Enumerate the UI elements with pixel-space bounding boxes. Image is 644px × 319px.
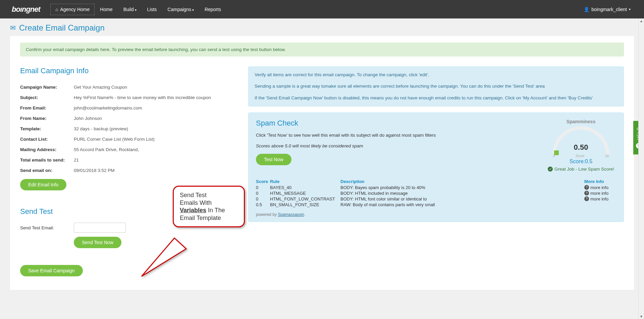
callout-line: Email Template [180, 214, 238, 222]
more-info-link[interactable]: ?more info [584, 185, 616, 190]
nav-campaigns[interactable]: Campaigns [162, 1, 199, 18]
info-value: Hey %First Name% - time to save money wi… [74, 95, 211, 100]
info-value: 21 [74, 157, 79, 163]
cell-desc: BODY: HTML font color similar or identic… [340, 196, 584, 201]
info-row: Template:32 days - backup (preview) [20, 124, 235, 134]
th-score: Score [256, 179, 270, 184]
spam-panel: Spam Check Click 'Test Now' to see how w… [248, 112, 624, 222]
email-info-heading: Email Campaign Info [20, 66, 235, 75]
page-title: ✉ Create Email Campaign [0, 18, 644, 36]
spam-check-heading: Spam Check [256, 119, 539, 128]
info-value: 09/01/2018 3:52 PM [74, 168, 115, 173]
spamassassin-link[interactable]: Spamassassin [278, 212, 304, 217]
save-email-campaign-button[interactable]: Save Email Campaign [20, 265, 83, 276]
callout-tail-icon [138, 235, 188, 279]
info-label: Template: [20, 126, 74, 131]
user-menu[interactable]: 👤 boingmark_client [584, 7, 641, 12]
info-label: Total emails to send: [20, 157, 74, 163]
more-info-link[interactable]: ?more info [584, 196, 616, 201]
nav-reports[interactable]: Reports [199, 1, 226, 18]
cell-more: ?more info [584, 191, 616, 196]
spamminess-title: Spamminess [546, 119, 616, 124]
info-label: From Email: [20, 105, 74, 110]
cell-score: 0 [256, 191, 270, 196]
info-row: From Name:John Johnson [20, 113, 235, 124]
cell-desc: RAW: Body of mail contains parts with ve… [340, 202, 584, 207]
user-label: boingmark_client [591, 7, 627, 12]
more-info-text: more info [590, 196, 608, 201]
more-info-link[interactable]: ?more info [584, 191, 616, 196]
score-msg-text: Great Job - Low Spam Score! [554, 167, 614, 172]
table-row: 0HTML_FONT_LOW_CONTRASTBODY: HTML font c… [256, 196, 616, 202]
home-icon: ⌂ [55, 7, 58, 12]
scroll-up-icon[interactable]: ▲ [640, 18, 643, 24]
score-label: Score:0.5 [546, 158, 616, 165]
callout-line: Emails With [180, 199, 238, 207]
verify-p2: Sending a sample is a great way tomake s… [255, 83, 618, 90]
table-row: 0.5BN_SMALL_FONT_SIZERAW: Body of mail c… [256, 202, 616, 208]
info-row: Total emails to send:21 [20, 155, 235, 165]
info-label: Mailing Address: [20, 147, 74, 152]
cell-desc: BODY: Bayes spam probability is 20 to 40… [340, 185, 584, 190]
gauge-tick: Score [576, 154, 584, 158]
page-title-text: Create Email Campaign [19, 23, 105, 33]
cell-more: ?more info [584, 196, 616, 201]
svg-marker-0 [142, 238, 186, 276]
info-value: 32 days - backup (preview) [74, 126, 128, 131]
info-row: Campaign Name:Get Your Amazing Coupon [20, 82, 235, 92]
scroll-down-icon[interactable]: ▼ [640, 314, 643, 319]
gauge-score: 0.50 [552, 143, 609, 152]
info-label: Send email on: [20, 168, 74, 173]
cell-rule: BN_SMALL_FONT_SIZE [270, 202, 340, 207]
send-test-input[interactable] [74, 223, 126, 233]
spam-table: Score Rule Description More Info 0BAYES_… [256, 179, 616, 208]
info-row: Send email on:09/01/2018 3:52 PM [20, 165, 235, 176]
info-row: Mailing Address:55 Accord Park Drive, Ro… [20, 144, 235, 155]
info-value: Get Your Amazing Coupon [74, 85, 127, 90]
navbar: boıngnet ⌂ Agency Home Home Build Lists … [0, 0, 644, 18]
verify-alert: Verify all items are correct for this em… [248, 66, 624, 106]
edit-email-info-button[interactable]: Edit Email Info [20, 179, 66, 190]
callout-line: Send Test [180, 191, 238, 199]
callout-line: In The [206, 207, 225, 214]
more-info-text: more info [590, 191, 608, 196]
mail-icon: ✉ [10, 24, 16, 32]
verify-p3: If the 'Send Email Campaign Now' button … [255, 95, 618, 101]
table-row: 0HTML_MESSAGEBODY: HTML included in mess… [256, 190, 616, 196]
test-now-button[interactable]: Test Now [256, 154, 291, 165]
agency-home-link[interactable]: ⌂ Agency Home [50, 4, 95, 15]
nav-lists[interactable]: Lists [142, 1, 162, 18]
info-value: john@coolmarketingdomains.com [74, 105, 142, 110]
powered-prefix: powered by [256, 212, 278, 217]
info-label: Campaign Name: [20, 85, 74, 90]
question-icon: ? [584, 191, 589, 195]
user-icon: 👤 [584, 7, 589, 12]
callout-line: Variables [180, 207, 206, 214]
th-desc: Description [340, 179, 584, 184]
nav-home[interactable]: Home [95, 1, 118, 18]
th-more: More Info [584, 179, 616, 184]
send-test-now-button[interactable]: Send Test Now [74, 237, 121, 248]
info-row: Contact List:PURL Corner Case List (Web … [20, 134, 235, 144]
callout-annotation: Send Test Emails With Variables In The E… [173, 186, 245, 227]
info-value: 55 Accord Park Drive, Rockland, [74, 147, 139, 152]
score-msg: ✓ Great Job - Low Spam Score! [546, 167, 616, 172]
info-label: Contact List: [20, 137, 74, 142]
spam-note: Scores above 5.0 will most likely be con… [256, 143, 539, 148]
spam-gauge: 0.50 0 Score 10 [552, 126, 609, 156]
nav-build[interactable]: Build [118, 1, 142, 18]
info-row: Subject:Hey %First Name% - time to save … [20, 92, 235, 103]
more-info-text: more info [590, 185, 608, 190]
info-label: From Name: [20, 116, 74, 121]
info-label: Subject: [20, 95, 74, 100]
cell-score: 0 [256, 185, 270, 190]
question-icon: ? [584, 185, 589, 190]
scrollbar[interactable]: ▲ ▼ [638, 18, 644, 319]
cell-score: 0 [256, 196, 270, 201]
cell-rule: HTML_MESSAGE [270, 191, 340, 196]
cell-rule: HTML_FONT_LOW_CONTRAST [270, 196, 340, 201]
table-row: 0BAYES_40BODY: Bayes spam probability is… [256, 185, 616, 190]
info-value: John Johnson [74, 116, 102, 121]
content-panel: Confirm your email campaign details here… [10, 36, 634, 290]
spam-desc: Click 'Test Now' to see how well this em… [256, 132, 539, 139]
